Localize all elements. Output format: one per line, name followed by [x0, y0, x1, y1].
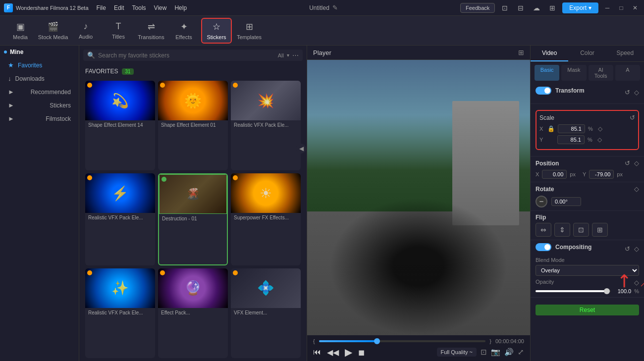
sidebar-item-recommended[interactable]: ► Recommended	[0, 85, 79, 99]
sidebar-item-favorites[interactable]: ★ Favorites	[0, 58, 79, 72]
sticker-card-8[interactable]: 🔮 Effect Pack...	[158, 268, 228, 358]
blend-mode-container: Overlay Normal Screen Multiply ↑	[536, 265, 639, 276]
sticker-dot	[161, 177, 166, 182]
sidebar-item-stickers[interactable]: ► Stickers	[0, 99, 79, 112]
menu-edit[interactable]: Edit	[114, 4, 124, 11]
position-keyframe-icon[interactable]: ◇	[634, 159, 639, 167]
more-options-icon[interactable]: ⋯	[292, 52, 299, 59]
subtab-mask[interactable]: Mask	[561, 65, 586, 81]
grid-icon[interactable]: ⊞	[546, 2, 558, 14]
rotate-keyframe-icon[interactable]: ◇	[634, 185, 639, 193]
opacity-row-container: Opacity ◇ 100.0 %	[536, 279, 639, 294]
filter-label[interactable]: All	[278, 52, 284, 58]
scale-reset-icon[interactable]: ↺	[630, 114, 635, 121]
topbar: F Wondershare Filmora 12 Beta File Edit …	[0, 0, 644, 16]
tool-titles[interactable]: T Titles	[103, 18, 134, 44]
search-input[interactable]	[98, 52, 275, 59]
tool-transitions[interactable]: ⇌ Transitions	[136, 18, 166, 44]
lock-icon[interactable]: 🔒	[547, 125, 555, 132]
controls-row: ⏮ ◀◀ ▶ ◼ Full Quality ~ ⊡ 📷 🔊 ⤢	[313, 346, 524, 358]
transform-toggle[interactable]	[536, 87, 551, 95]
tool-audio[interactable]: ♪ Audio	[70, 18, 101, 44]
sticker-card-superpower[interactable]: ☀ Superpower FX Effects...	[231, 173, 301, 265]
quality-button[interactable]: Full Quality ~	[437, 348, 477, 357]
minimize-button[interactable]: ─	[602, 3, 612, 13]
menu-file[interactable]: File	[97, 4, 106, 11]
progress-thumb[interactable]	[374, 338, 380, 344]
sidebar-item-filmstock[interactable]: ► Filmstock	[0, 112, 79, 125]
stop-button[interactable]: ◼	[358, 348, 365, 357]
sticker-card-realistic-vfx-2[interactable]: ⚡ Realistic VFX Pack Ele...	[85, 173, 155, 265]
reset-button[interactable]: Reset	[536, 305, 639, 315]
sticker-label-realistic-vfx-1: Realistic VFX Pack Ele...	[231, 120, 301, 130]
opacity-thumb[interactable]	[604, 288, 610, 294]
progress-bar[interactable]: { } 00:00:04:00	[313, 338, 524, 344]
screen-icon[interactable]: ⊟	[515, 2, 527, 14]
menu-tools[interactable]: Tools	[132, 4, 146, 11]
sticker-card-realistic-vfx-1[interactable]: 💥 Realistic VFX Pack Ele...	[231, 81, 301, 170]
scale-x-keyframe[interactable]: ◇	[598, 125, 602, 132]
compositing-toggle[interactable]	[536, 243, 551, 251]
flip-corner-button[interactable]: ⊞	[592, 223, 608, 237]
flip-horizontal-button[interactable]: ⇔	[536, 223, 551, 237]
title-edit-icon[interactable]: ✎	[332, 4, 338, 11]
position-reset-icon[interactable]: ↺	[625, 159, 630, 167]
sticker-card-destruction-01[interactable]: 🌋 Destruction - 01	[158, 173, 228, 265]
sticker-card-7[interactable]: ✨ Realistic VFX Pack Ele...	[85, 268, 155, 358]
close-button[interactable]: ✕	[630, 3, 640, 13]
titles-icon: T	[116, 21, 121, 32]
transform-diamond-icon[interactable]: ◇	[634, 89, 639, 96]
scale-y-keyframe[interactable]: ◇	[597, 136, 602, 143]
menu-help[interactable]: Help	[174, 4, 187, 11]
rotate-input[interactable]: 0.00°	[551, 197, 581, 206]
filter-chevron-icon[interactable]: ▾	[287, 52, 289, 58]
cloud-icon[interactable]: ☁	[531, 2, 542, 14]
tool-stock-media[interactable]: 🎬 Stock Media	[38, 18, 68, 44]
tab-color[interactable]: Color	[568, 46, 606, 61]
position-y-input[interactable]	[589, 170, 614, 179]
tool-effects[interactable]: ✦ Effects	[168, 18, 199, 44]
play-button[interactable]: ▶	[345, 346, 352, 358]
sticker-card-9[interactable]: 💠 VFX Element...	[231, 268, 301, 358]
volume-icon[interactable]: 🔊	[504, 348, 514, 357]
layout-icon[interactable]: ⊡	[499, 2, 511, 14]
feedback-button[interactable]: Feedback	[460, 3, 495, 13]
maximize-button[interactable]: □	[616, 3, 626, 13]
fullscreen-icon[interactable]: ⤢	[518, 348, 524, 357]
opacity-track[interactable]	[536, 290, 611, 292]
mine-section-header[interactable]: Mine	[0, 46, 79, 58]
flip-diagonal-button[interactable]: ⊡	[573, 223, 589, 237]
tab-video[interactable]: Video	[531, 46, 568, 61]
compositing-keyframe-icon[interactable]: ◇	[634, 245, 639, 253]
rotate-knob[interactable]	[536, 196, 547, 207]
position-x-input[interactable]	[542, 170, 567, 179]
subtab-basic[interactable]: Basic	[535, 65, 559, 81]
compositing-reset-icon[interactable]: ↺	[625, 245, 630, 253]
player-expand-icon[interactable]: ⊞	[518, 49, 524, 56]
subtab-extra[interactable]: A	[615, 65, 640, 81]
tool-templates[interactable]: ⊞ Templates	[234, 18, 265, 44]
scale-y-input[interactable]: 85.1	[557, 135, 585, 144]
prev-frame-button[interactable]: ⏮	[313, 348, 321, 357]
subtab-ai-tools[interactable]: AI Tools	[589, 65, 613, 81]
sidebar-item-downloads[interactable]: ↓ Downloads	[0, 72, 79, 85]
progress-track[interactable]	[319, 340, 486, 342]
tool-media[interactable]: ▣ Media	[5, 18, 36, 44]
collapse-panel-button[interactable]: ◀	[296, 144, 306, 154]
scale-x-input[interactable]: 85.1	[558, 124, 585, 133]
menu-view[interactable]: View	[154, 4, 167, 11]
transform-reset-icon[interactable]: ↺	[625, 89, 630, 96]
snapshot-icon[interactable]: ⊡	[481, 348, 487, 357]
sticker-card-shape-effect-14[interactable]: 💫 Shape Effect Element 14	[85, 81, 155, 170]
rewind-button[interactable]: ◀◀	[327, 348, 339, 357]
tool-stickers[interactable]: ☆ Stickers	[201, 18, 232, 44]
blend-mode-select[interactable]: Overlay Normal Screen Multiply	[536, 265, 639, 276]
export-button[interactable]: Export ▾	[562, 2, 598, 13]
flip-vertical-button[interactable]: ⇕	[554, 223, 570, 237]
tab-speed[interactable]: Speed	[606, 46, 644, 61]
marker-out[interactable]: }	[489, 338, 491, 344]
marker-in[interactable]: {	[313, 338, 315, 344]
camera-icon[interactable]: 📷	[491, 348, 500, 357]
player-area: Player ⊞ { } 00:00:04:00	[307, 46, 530, 361]
sticker-card-shape-effect-01[interactable]: 🌞 Shape Effect Element 01	[158, 81, 228, 170]
